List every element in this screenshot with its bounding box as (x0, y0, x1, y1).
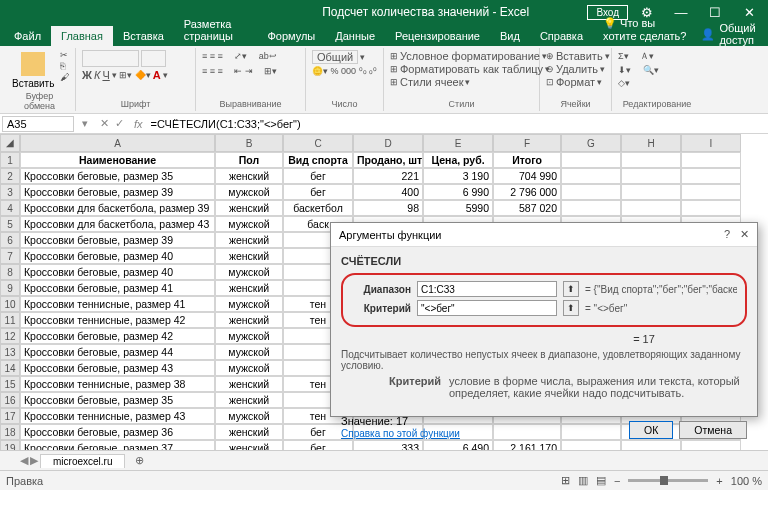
collapse-icon[interactable]: ⬆ (563, 281, 579, 297)
cell[interactable]: 2 796 000 (493, 184, 561, 200)
table-header[interactable]: Продано, шт. (353, 152, 423, 168)
row-header[interactable]: 5 (0, 216, 20, 232)
cell[interactable]: 704 990 (493, 168, 561, 184)
cell[interactable]: женский (215, 376, 283, 392)
cell[interactable]: Кроссовки беговые, размер 40 (20, 248, 215, 264)
cell[interactable]: Кроссовки беговые, размер 42 (20, 328, 215, 344)
col-header[interactable]: C (283, 134, 353, 152)
cell[interactable]: женский (215, 200, 283, 216)
cell[interactable]: женский (215, 424, 283, 440)
row-header[interactable]: 19 (0, 440, 20, 450)
cell[interactable]: Кроссовки теннисные, размер 43 (20, 408, 215, 424)
col-header[interactable]: E (423, 134, 493, 152)
cancel-formula-icon[interactable]: ✕ (100, 117, 109, 130)
cell[interactable]: Кроссовки беговые, размер 39 (20, 184, 215, 200)
tab-home[interactable]: Главная (51, 26, 113, 46)
formula-input[interactable]: =СЧЁТЕСЛИ(C1:C33;"<>бег") (147, 118, 768, 130)
painter-icon[interactable]: 🖌 (60, 72, 69, 82)
table-header[interactable]: Вид спорта (283, 152, 353, 168)
paste-button[interactable]: Вставить (10, 50, 56, 91)
cell[interactable]: женский (215, 248, 283, 264)
col-header[interactable]: G (561, 134, 621, 152)
cut-icon[interactable]: ✂ (60, 50, 69, 60)
criteria-input[interactable] (417, 300, 557, 316)
col-header[interactable]: H (621, 134, 681, 152)
cond-format[interactable]: ⊞ Условное форматирование▾ (390, 50, 547, 62)
range-input[interactable] (417, 281, 557, 297)
cell[interactable]: 587 020 (493, 200, 561, 216)
row-header[interactable]: 18 (0, 424, 20, 440)
view-normal-icon[interactable]: ⊞ (561, 474, 570, 487)
table-format[interactable]: ⊞ Форматировать как таблицу▾ (390, 63, 550, 75)
row-header[interactable]: 17 (0, 408, 20, 424)
tab-insert[interactable]: Вставка (113, 26, 174, 46)
prev-sheet-icon[interactable]: ◀ (20, 454, 28, 467)
cell[interactable]: 3 190 (423, 168, 493, 184)
cell[interactable]: мужской (215, 344, 283, 360)
tab-layout[interactable]: Разметка страницы (174, 14, 258, 46)
zoom-in-icon[interactable]: + (716, 475, 722, 487)
format-cells[interactable]: ⊡ Формат▾ (546, 76, 602, 88)
cell[interactable]: женский (215, 440, 283, 450)
cell[interactable]: мужской (215, 328, 283, 344)
add-sheet-icon[interactable]: ⊕ (127, 454, 152, 467)
copy-icon[interactable]: ⎘ (60, 61, 69, 71)
row-header[interactable]: 7 (0, 248, 20, 264)
tell-me[interactable]: 💡 Что вы хотите сделать? (593, 13, 701, 46)
col-header[interactable]: B (215, 134, 283, 152)
cell[interactable]: мужской (215, 408, 283, 424)
cell[interactable]: Кроссовки беговые, размер 37 (20, 440, 215, 450)
row-header[interactable]: 2 (0, 168, 20, 184)
cell[interactable]: бег (283, 184, 353, 200)
dialog-close-icon[interactable]: ✕ (740, 228, 749, 241)
cell[interactable]: мужской (215, 264, 283, 280)
row-header[interactable]: 10 (0, 296, 20, 312)
table-header[interactable]: Итого (493, 152, 561, 168)
row-header[interactable]: 14 (0, 360, 20, 376)
cell[interactable]: женский (215, 168, 283, 184)
row-header[interactable]: 6 (0, 232, 20, 248)
cell[interactable]: Кроссовки беговые, размер 39 (20, 232, 215, 248)
cell[interactable]: 6 990 (423, 184, 493, 200)
accept-formula-icon[interactable]: ✓ (115, 117, 124, 130)
row-header[interactable]: 11 (0, 312, 20, 328)
cell[interactable]: мужской (215, 296, 283, 312)
tab-view[interactable]: Вид (490, 26, 530, 46)
cell[interactable]: Кроссовки беговые, размер 43 (20, 360, 215, 376)
cell[interactable]: Кроссовки для баскетбола, размер 39 (20, 200, 215, 216)
view-page-icon[interactable]: ▥ (578, 474, 588, 487)
cell[interactable]: Кроссовки беговые, размер 40 (20, 264, 215, 280)
col-header[interactable]: I (681, 134, 741, 152)
cell[interactable]: мужской (215, 184, 283, 200)
fx-icon[interactable]: fx (130, 118, 147, 130)
delete-cells[interactable]: ⊖ Удалить▾ (546, 63, 605, 75)
col-header[interactable]: F (493, 134, 561, 152)
maximize-icon[interactable]: ☐ (700, 5, 730, 20)
cell[interactable]: Кроссовки беговые, размер 35 (20, 168, 215, 184)
cell[interactable]: 400 (353, 184, 423, 200)
cell[interactable]: Кроссовки теннисные, размер 41 (20, 296, 215, 312)
view-break-icon[interactable]: ▤ (596, 474, 606, 487)
dropdown-icon[interactable]: ▾ (82, 117, 88, 130)
row-header[interactable]: 9 (0, 280, 20, 296)
collapse-icon[interactable]: ⬆ (563, 300, 579, 316)
cell[interactable]: 5990 (423, 200, 493, 216)
tab-help[interactable]: Справка (530, 26, 593, 46)
zoom-level[interactable]: 100 % (731, 475, 762, 487)
row-header[interactable]: 13 (0, 344, 20, 360)
cell[interactable]: бег (283, 168, 353, 184)
insert-cells[interactable]: ⊕ Вставить▾ (546, 50, 610, 62)
zoom-slider[interactable] (628, 479, 708, 482)
row-header[interactable]: 8 (0, 264, 20, 280)
tab-file[interactable]: Файл (4, 26, 51, 46)
tab-data[interactable]: Данные (325, 26, 385, 46)
tab-review[interactable]: Рецензирование (385, 26, 490, 46)
cancel-button[interactable]: Отмена (679, 421, 747, 439)
row-header[interactable]: 4 (0, 200, 20, 216)
table-header[interactable]: Цена, руб. (423, 152, 493, 168)
table-header[interactable]: Наименование (20, 152, 215, 168)
col-header[interactable]: D (353, 134, 423, 152)
row-header[interactable]: 12 (0, 328, 20, 344)
zoom-out-icon[interactable]: − (614, 475, 620, 487)
row-header[interactable]: 15 (0, 376, 20, 392)
